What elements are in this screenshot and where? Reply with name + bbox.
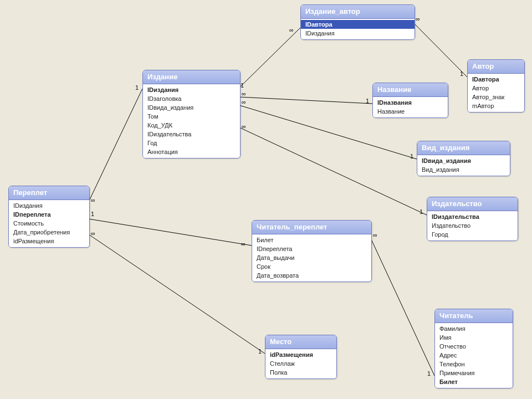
cardinality-label: 1 [241,82,244,89]
table-body: БилетIDпереплетаДата_выдачиСрокДата_возв… [252,234,371,282]
table-header[interactable]: Переплет [9,186,89,200]
field[interactable]: IDпереплета [9,210,89,219]
cardinality-label: ∞ [242,123,246,130]
table-header[interactable]: Издание [143,70,240,84]
field[interactable]: Код_УДК [143,121,240,130]
field[interactable]: Аннотация [143,147,240,156]
field[interactable]: Примечания [435,369,513,377]
field[interactable]: Срок [252,262,371,271]
table-header[interactable]: Читатель_переплет [252,221,371,234]
table-header[interactable]: Издательство [427,197,518,211]
table-chitatel[interactable]: ЧитательФамилияИмяОтчествоАдресТелефонПр… [434,309,513,388]
field[interactable]: Название [373,107,448,116]
field[interactable]: IDавтора [468,75,524,84]
field[interactable]: Город [427,230,518,239]
cardinality-label: 1 [135,84,139,91]
field[interactable]: Билет [435,377,513,386]
table-avtor[interactable]: АвторIDавтораАвторАвтор_знакmАвтор [467,59,525,112]
table-body: ФамилияИмяОтчествоАдресТелефонПримечания… [435,323,513,388]
table-body: IDиздательстваИздательствоГород [427,211,518,241]
cardinality-label: 1 [91,211,94,217]
table-pereplet[interactable]: ПереплетIDизданияIDпереплетаСтоимостьДат… [8,186,90,248]
field[interactable]: Отчество [435,342,513,351]
field[interactable]: Стоимость [9,219,89,228]
table-mesto[interactable]: МестоidРазмещенияСтеллажПолка [265,335,337,379]
svg-line-8 [371,238,434,376]
table-header[interactable]: Читатель [435,309,513,323]
cardinality-label: ∞ [242,90,246,97]
table-body: IDавтораIDиздания [301,19,415,39]
cardinality-label: 1 [366,98,369,104]
table-body: IDизданияIDпереплетаСтоимостьДата_приобр… [9,200,89,247]
field[interactable]: IDиздательства [143,130,240,139]
svg-line-2 [239,97,372,104]
svg-line-0 [89,89,142,202]
table-chitatel_pereplet[interactable]: Читатель_переплетБилетIDпереплетаДата_вы… [252,220,372,282]
table-izdanie[interactable]: ИзданиеIDизданияIDзаголовкаIDвида_издани… [142,70,241,158]
field[interactable]: Фамилия [435,324,513,333]
table-izdanie_avtor[interactable]: Издание_авторIDавтораIDиздания [300,4,415,40]
table-header[interactable]: Вид_издания [417,141,510,155]
cardinality-label: ∞ [416,16,420,22]
field[interactable]: Год [143,139,240,147]
cardinality-label: 1 [460,70,463,77]
cardinality-label: ∞ [289,27,294,33]
field[interactable]: Издательство [427,221,518,230]
field[interactable]: Автор [468,84,524,93]
field[interactable]: Стеллаж [265,359,336,368]
table-izdatelstvo[interactable]: ИздательствоIDиздательстваИздательствоГо… [427,197,518,241]
cardinality-label: 1 [410,153,413,160]
field[interactable]: Имя [435,333,513,342]
field[interactable]: Билет [252,236,371,244]
field[interactable]: IDавтора [301,20,415,29]
cardinality-label: ∞ [91,230,95,237]
field[interactable]: Адрес [435,351,513,360]
field[interactable]: IDиздательства [427,212,518,221]
field[interactable]: IDиздания [9,201,89,210]
svg-line-7 [89,234,265,354]
cardinality-label: 1 [258,348,262,355]
table-header[interactable]: Название [373,83,448,97]
table-nazvanie[interactable]: НазваниеIDназванияНазвание [372,83,448,118]
table-body: IDавтораАвторАвтор_знакmАвтор [468,74,524,112]
field[interactable]: mАвтор [468,101,524,110]
svg-line-1 [239,28,300,88]
svg-line-4 [239,127,427,215]
field[interactable]: Дата_возврата [252,271,371,280]
field[interactable]: IDвида_издания [417,156,510,165]
field[interactable]: IDиздания [143,85,240,94]
field[interactable]: IDвида_издания [143,103,240,112]
cardinality-label: ∞ [91,197,95,203]
table-header[interactable]: Место [265,335,336,349]
cardinality-label: ∞ [373,232,377,238]
cardinality-label: 1 [420,208,423,215]
table-vid_izdania[interactable]: Вид_изданияIDвида_изданияВид_издания [417,141,510,176]
cardinality-label: 1 [427,370,431,377]
field[interactable]: IDназвания [373,98,448,107]
field[interactable]: IDпереплета [252,244,371,253]
field[interactable]: Вид_издания [417,165,510,174]
field[interactable]: Полка [265,368,336,377]
field[interactable]: Том [143,112,240,121]
svg-line-5 [414,23,467,77]
cardinality-label: ∞ [241,241,245,247]
field[interactable]: Телефон [435,360,513,369]
table-body: IDвида_изданияВид_издания [417,155,510,176]
field[interactable]: idРазмещения [265,350,336,359]
table-body: IDназванияНазвание [373,97,448,117]
cardinality-label: ∞ [242,99,246,105]
er-diagram-canvas[interactable]: 1∞1∞∞1∞1∞1∞11∞∞1∞1ПереплетIDизданияIDпер… [0,0,532,399]
table-body: idРазмещенияСтеллажПолка [265,349,336,378]
table-body: IDизданияIDзаголовкаIDвида_изданияТомКод… [143,84,240,158]
field[interactable]: IDиздания [301,29,415,38]
svg-line-6 [89,219,252,245]
field[interactable]: Автор_знак [468,93,524,101]
table-header[interactable]: Издание_автор [301,5,415,19]
field[interactable]: idРазмещения [9,237,89,245]
field[interactable]: Дата_приобретения [9,228,89,237]
table-header[interactable]: Автор [468,60,524,74]
field[interactable]: IDзаголовка [143,94,240,103]
field[interactable]: Дата_выдачи [252,253,371,262]
